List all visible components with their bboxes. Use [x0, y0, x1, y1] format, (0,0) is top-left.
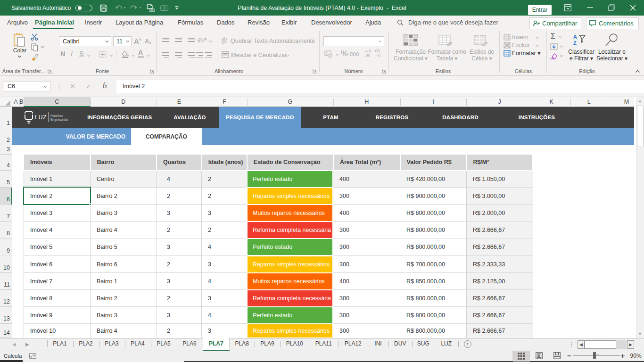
svg-text:A: A — [573, 34, 577, 40]
svg-text:Z: Z — [573, 40, 577, 46]
